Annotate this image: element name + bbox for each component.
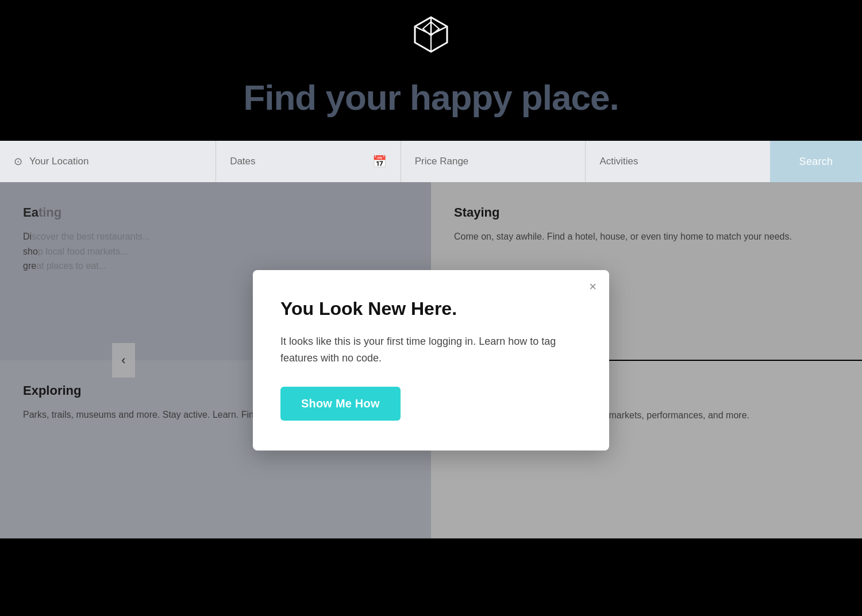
search-button[interactable]: Search (770, 141, 862, 182)
dates-placeholder: Dates (230, 156, 255, 167)
content-area: Eating Discover the best restaurants... … (0, 182, 862, 538)
location-field[interactable]: ⊙ Your Location (0, 141, 216, 182)
header: Find your happy place. (0, 0, 862, 141)
modal-body: It looks like this is your first time lo… (280, 333, 582, 367)
calendar-icon: 📅 (372, 155, 387, 168)
search-bar: ⊙ Your Location Dates 📅 Price Range Acti… (0, 141, 862, 182)
dates-field[interactable]: Dates 📅 (216, 141, 401, 182)
price-label: Price Range (415, 156, 469, 167)
activities-field[interactable]: Activities (585, 141, 770, 182)
activities-placeholder: Activities (599, 156, 638, 167)
modal-close-button[interactable]: × (589, 280, 597, 293)
modal-title: You Look New Here. (280, 298, 582, 319)
location-icon: ⊙ (14, 155, 22, 168)
location-placeholder: Your Location (29, 156, 88, 167)
price-field[interactable]: Price Range (401, 141, 586, 182)
logo-icon (408, 11, 454, 57)
logo-container (408, 11, 454, 60)
hero-title: Find your happy place. (243, 77, 618, 118)
modal-overlay: × You Look New Here. It looks like this … (0, 182, 862, 538)
show-me-how-button[interactable]: Show Me How (280, 387, 401, 421)
modal-dialog: × You Look New Here. It looks like this … (253, 270, 609, 451)
